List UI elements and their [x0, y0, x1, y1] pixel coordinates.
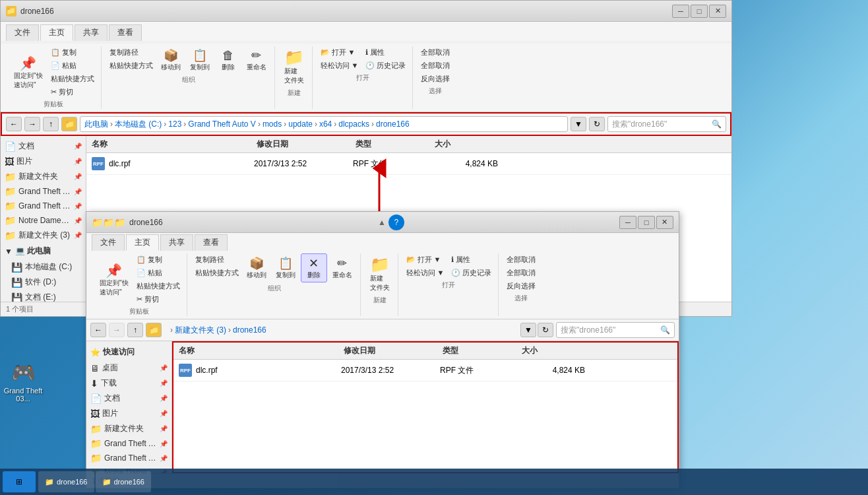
second-btn-properties[interactable]: ℹ 属性 [449, 253, 494, 266]
second-nav-desktop[interactable]: 🖥 桌面 📌 [86, 360, 171, 376]
main-btn-pin[interactable]: 📌 固定到"快速访问" [10, 53, 47, 92]
main-nav-notre[interactable]: 📁 Notre Dame Pa 📌 [1, 213, 86, 228]
second-nav-download[interactable]: ⬇ 下载 📌 [86, 376, 171, 391]
second-nav-back[interactable]: ← [90, 323, 106, 337]
second-btn-pin[interactable]: 📌 固定到"快速访问" [96, 261, 133, 299]
main-nav-cdrive[interactable]: 💾 本地磁盘 (C:) [1, 259, 86, 275]
main-nav-new3[interactable]: 📁 新建文件夹 (3) 📌 [1, 228, 86, 243]
second-btn-cut[interactable]: ✂ 剪切 [134, 293, 183, 306]
main-btn-paste-shortcut[interactable]: 粘贴快捷方式 [48, 73, 97, 85]
second-btn-copy[interactable]: 📋 复制 [134, 253, 183, 266]
second-btn-move-to[interactable]: 📦 移动到 [243, 254, 270, 282]
main-crumb-pc[interactable]: 此电脑 [84, 119, 108, 130]
main-nav-docs[interactable]: 📄 文档 📌 [1, 139, 86, 154]
main-btn-delete[interactable]: 🗑 删除 [215, 47, 241, 74]
taskbar-item-1[interactable]: 📁 drone166 [38, 471, 94, 492]
main-btn-history[interactable]: 🕐 历史记录 [363, 59, 408, 72]
second-col-name[interactable]: 名称 [179, 345, 344, 356]
main-btn-copy-to[interactable]: 📋 复制到 [186, 46, 214, 74]
main-nav-folder[interactable]: 📁 [61, 117, 77, 131]
main-btn-cut[interactable]: ✂ 剪切 [48, 86, 97, 98]
main-address-path[interactable]: 此电脑 › 本地磁盘 (C:) › 123 › Grand Theft Auto… [80, 116, 568, 132]
second-help-button[interactable]: ? [388, 214, 404, 230]
second-tab-file[interactable]: 文件 [92, 234, 125, 251]
second-btn-select-none[interactable]: 全部取消 [504, 267, 538, 279]
main-crumb-dlcpacks[interactable]: dlcpacks [338, 119, 369, 129]
second-btn-rename[interactable]: ✏ 重命名 [328, 254, 356, 282]
main-btn-properties[interactable]: ℹ 属性 [363, 46, 408, 59]
main-btn-copy[interactable]: 📋 复制 [48, 46, 97, 59]
main-nav-back[interactable]: ← [6, 117, 22, 131]
taskbar-start-button[interactable]: ⊞ [3, 471, 36, 492]
main-tab-home[interactable]: 主页 [40, 24, 73, 41]
second-tab-share[interactable]: 共享 [160, 234, 193, 251]
main-nav-gta2[interactable]: 📁 Grand Theft Au 📌 [1, 199, 86, 213]
second-btn-copy-to[interactable]: 📋 复制到 [272, 254, 299, 282]
second-crumb-new3[interactable]: 新建文件夹 (3) [175, 325, 226, 336]
second-crumb-drone[interactable]: drone166 [233, 325, 266, 335]
main-btn-easy-access[interactable]: 轻松访问 ▼ [318, 59, 361, 72]
second-btn-history[interactable]: 🕐 历史记录 [449, 267, 494, 279]
main-col-date[interactable]: 修改日期 [257, 139, 356, 150]
main-btn-rename[interactable]: ✏ 重命名 [243, 46, 270, 74]
second-title-chevron-up[interactable]: ▲ [378, 218, 386, 227]
main-crumb-gta[interactable]: Grand Theft Auto V [188, 119, 256, 129]
main-btn-select-all[interactable]: 全部取消 [418, 46, 452, 59]
main-btn-invert[interactable]: 反向选择 [418, 73, 452, 85]
second-col-date[interactable]: 修改日期 [344, 345, 443, 356]
second-btn-paste-path2[interactable]: 粘贴快捷方式 [193, 267, 241, 279]
taskbar-item-2[interactable]: 📁 drone166 [96, 471, 152, 492]
second-nav-gta1[interactable]: 📁 Grand Theft Au 📌 [86, 436, 171, 451]
main-nav-thispc[interactable]: ▼ 💻 此电脑 [1, 243, 86, 259]
main-crumb-drone166[interactable]: drone166 [376, 119, 410, 129]
second-file-row-dlc[interactable]: RPF dlc.rpf 2017/3/13 2:52 RPF 文件 4,824 … [173, 360, 677, 381]
main-crumb-c[interactable]: 本地磁盘 (C:) [115, 119, 162, 130]
main-btn-select-none[interactable]: 全部取消 [418, 59, 452, 72]
second-nav-newfolder[interactable]: 📁 新建文件夹 📌 [86, 421, 171, 436]
main-btn-paste-path2[interactable]: 粘贴快捷方式 [107, 59, 156, 72]
main-crumb-update[interactable]: update [288, 119, 313, 129]
main-crumb-123[interactable]: 123 [168, 119, 181, 129]
second-maximize-button[interactable]: □ [638, 216, 655, 229]
second-nav-up[interactable]: ↑ [127, 323, 143, 337]
second-minimize-button[interactable]: ─ [619, 216, 636, 229]
main-file-row-dlc[interactable]: RPF dlc.rpf 2017/3/13 2:52 RPF 文件 4,824 … [86, 153, 731, 175]
second-tab-view[interactable]: 查看 [195, 234, 228, 251]
main-tab-share[interactable]: 共享 [75, 24, 108, 41]
main-crumb-mods[interactable]: mods [263, 119, 282, 129]
main-address-dropdown[interactable]: ▼ [571, 117, 586, 131]
second-address-refresh[interactable]: ↻ [538, 323, 553, 337]
second-search-box[interactable]: 搜索"drone166" 🔍 [556, 322, 675, 338]
second-col-size[interactable]: 大小 [522, 345, 588, 356]
second-nav-docs[interactable]: 📄 文档 📌 [86, 391, 171, 406]
second-search-icon[interactable]: 🔍 [660, 325, 670, 335]
second-col-type[interactable]: 类型 [443, 345, 522, 356]
main-maximize-button[interactable]: □ [691, 5, 708, 18]
second-btn-paste[interactable]: 📄 粘贴 [134, 267, 183, 279]
second-address-dropdown[interactable]: ▼ [520, 323, 536, 337]
second-nav-quickaccess[interactable]: ⭐ 快速访问 [86, 344, 171, 360]
main-btn-open[interactable]: 📂 打开 ▼ [318, 46, 361, 59]
second-btn-select-all[interactable]: 全部取消 [504, 253, 538, 266]
main-nav-gta1[interactable]: 📁 Grand Theft Au 📌 [1, 184, 86, 199]
main-nav-pics[interactable]: 🖼 图片 📌 [1, 154, 86, 169]
main-tab-view[interactable]: 查看 [109, 24, 142, 41]
main-nav-up[interactable]: ↑ [43, 117, 59, 131]
second-tab-home[interactable]: 主页 [126, 234, 159, 251]
main-tab-file[interactable]: 文件 [6, 24, 39, 41]
main-minimize-button[interactable]: ─ [672, 5, 689, 18]
main-nav-newfolder[interactable]: 📁 新建文件夹 📌 [1, 169, 86, 184]
main-nav-ddrive[interactable]: 💾 软件 (D:) [1, 275, 86, 290]
main-btn-paste[interactable]: 📄 粘贴 [48, 59, 97, 72]
main-search-icon[interactable]: 🔍 [712, 119, 722, 129]
main-nav-edrive[interactable]: 💾 文档 (E:) [1, 290, 86, 302]
desktop-icon-gta[interactable]: 🎮 Grand Theft 03... [0, 356, 46, 405]
main-crumb-x64[interactable]: x64 [319, 119, 332, 129]
second-btn-invert[interactable]: 反向选择 [504, 280, 538, 292]
main-col-size[interactable]: 大小 [435, 139, 501, 150]
main-address-refresh[interactable]: ↻ [589, 117, 605, 131]
main-nav-forward[interactable]: → [24, 117, 40, 131]
second-close-button[interactable]: ✕ [656, 216, 673, 229]
second-address-path[interactable]: › 新建文件夹 (3) › drone166 [164, 322, 518, 338]
second-btn-new-folder[interactable]: 📁 新建文件夹 [366, 253, 394, 294]
